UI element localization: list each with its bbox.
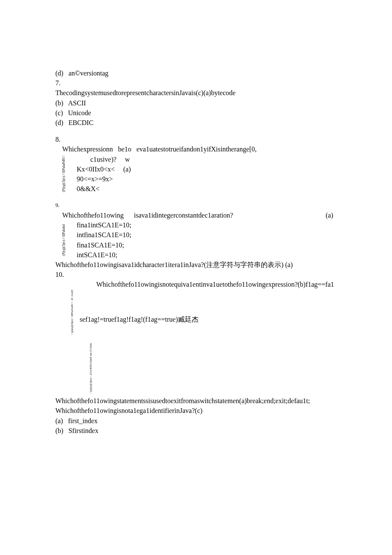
q9-number: 9. [55,201,337,209]
q9-line3: intfina1SCA1E=10; [77,230,337,240]
q8-sideways-label: (P)(q)(3)(e) / \IIPaIaPd8J / [62,156,66,192]
q8-line5: 0&&X< [77,184,337,194]
q10-sideways-label-1: / (p)(q)(3)(e) / \IIPairbd8J / .11 \Joij… [71,290,74,334]
q9-line2: fina1intSCA1E=10; [77,220,337,230]
q-identifier-option-b: (b) Sfirstindex [55,426,337,436]
q9-line5: intSCA1E=10; [77,250,337,260]
q9-sideways-label: (P)(q)(3)(e) / \IIPaIubd [62,224,66,256]
q8-block: Whichexpressionn be1o eva1uatestotrueifa… [55,144,337,194]
q7-option-d: (d) EBCDIC [55,118,337,128]
q8-body: (P)(q)(3)(e) / \IIPaIaPd8J / c1usive)? w… [62,154,337,194]
q-identifier-option-a: (a) first_index [55,416,337,426]
q-identifier: Whichofthefo11owingisnota1ega1identifier… [55,406,337,416]
document-page: (d) an©versiontag 7. Thecodingsystemused… [0,0,392,555]
q-char-literal: Whichofthefo11owingisava1idcharacter1ite… [55,260,337,270]
q10-number: 10. [55,270,337,279]
q8-line3: Kx<0IIx0<x< (a) [77,164,337,174]
q10-body2: / (p)(q)(3)(e) / .21\UEINJAIeP xIe (V)XI… [55,343,337,393]
q8-line4: 90<=x>=9x> [77,174,337,184]
q9-body: (P)(q)(3)(e) / \IIPaIubd fina1intSCA1E=1… [62,220,337,260]
q-switch-statement: Whichofthefo11owingstatementssisusedtoex… [55,396,337,406]
q7-option-b: (b) ASCII [55,98,337,108]
q10-line2: sef1ag!=truef1ag!f1ag!(f1ag==true)臧廷杰 [80,314,337,324]
q9-line1: Whichofthefo11owing isava1idintegerconst… [62,210,337,220]
q8-number: 8. [55,134,337,144]
q8-line2: c1usive)? w [77,154,337,164]
q7-number: 7. [55,78,337,88]
q10-stem: Whichofthefo11owingisnotequiva1entinva1u… [55,279,337,289]
q10-body1: / (p)(q)(3)(e) / \IIPairbd8J / .11 \Joij… [55,290,337,334]
q7-option-c: (c) Unicode [55,108,337,118]
q10-sideways-label-2: / (p)(q)(3)(e) / .21\UEINJAIeP xIe (V)XI… [89,343,92,393]
q7-stem: Thecodingsystemusedtorepresentcharacters… [55,88,337,98]
q9-answer-marker: (a) [326,210,337,220]
q9-block: Whichofthefo11owing isava1idintegerconst… [55,210,337,260]
q8-line1: Whichexpressionn be1o eva1uatestotrueifa… [62,144,337,154]
q9-stem: Whichofthefo11owing isava1idintegerconst… [62,210,233,220]
q9-line4: fina1SCA1E=10; [77,240,337,250]
q6-option-d: (d) an©versiontag [55,68,337,78]
